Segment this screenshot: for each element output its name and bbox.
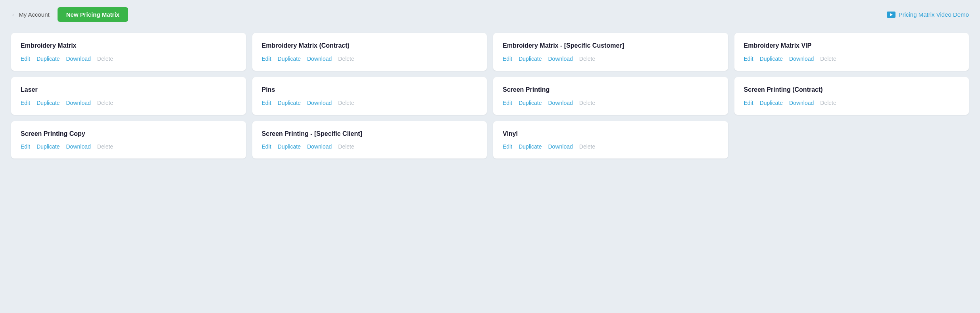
pricing-matrix-card: Screen Printing (Contract)EditDuplicateD… [734, 77, 969, 115]
edit-button[interactable]: Edit [503, 100, 512, 106]
delete-button[interactable]: Delete [97, 143, 113, 150]
card-actions: EditDuplicateDownloadDelete [21, 100, 236, 106]
card-actions: EditDuplicateDownloadDelete [262, 143, 478, 150]
duplicate-button[interactable]: Duplicate [278, 100, 301, 106]
delete-button[interactable]: Delete [579, 56, 595, 62]
pricing-matrix-card: Embroidery Matrix - [Specific Customer]E… [493, 33, 728, 71]
download-button[interactable]: Download [66, 100, 91, 106]
edit-button[interactable]: Edit [21, 143, 30, 150]
card-title: Vinyl [503, 130, 719, 138]
edit-button[interactable]: Edit [262, 143, 271, 150]
card-title: Screen Printing [503, 86, 719, 94]
edit-button[interactable]: Edit [21, 100, 30, 106]
card-title: Screen Printing - [Specific Client] [262, 130, 478, 138]
duplicate-button[interactable]: Duplicate [519, 143, 542, 150]
card-actions: EditDuplicateDownloadDelete [744, 56, 960, 62]
download-button[interactable]: Download [66, 56, 91, 62]
download-button[interactable]: Download [548, 100, 573, 106]
card-actions: EditDuplicateDownloadDelete [262, 100, 478, 106]
pricing-matrix-grid: Embroidery MatrixEditDuplicateDownloadDe… [11, 33, 969, 158]
card-actions: EditDuplicateDownloadDelete [503, 100, 719, 106]
card-actions: EditDuplicateDownloadDelete [503, 143, 719, 150]
download-button[interactable]: Download [307, 56, 332, 62]
duplicate-button[interactable]: Duplicate [760, 100, 783, 106]
delete-button[interactable]: Delete [338, 143, 354, 150]
card-title: Embroidery Matrix [21, 42, 236, 50]
edit-button[interactable]: Edit [262, 56, 271, 62]
edit-button[interactable]: Edit [503, 143, 512, 150]
duplicate-button[interactable]: Duplicate [37, 100, 60, 106]
card-title: Screen Printing (Contract) [744, 86, 960, 94]
download-button[interactable]: Download [789, 56, 814, 62]
pricing-matrix-card: LaserEditDuplicateDownloadDelete [11, 77, 246, 115]
pricing-matrix-card: Screen Printing CopyEditDuplicateDownloa… [11, 121, 246, 159]
card-title: Laser [21, 86, 236, 94]
download-button[interactable]: Download [66, 143, 91, 150]
main-content: Embroidery MatrixEditDuplicateDownloadDe… [0, 29, 980, 170]
delete-button[interactable]: Delete [338, 100, 354, 106]
card-title: Pins [262, 86, 478, 94]
pricing-matrix-card: Screen Printing - [Specific Client]EditD… [252, 121, 487, 159]
delete-button[interactable]: Delete [820, 100, 836, 106]
youtube-icon [887, 12, 895, 18]
header-left: ← My Account New Pricing Matrix [11, 7, 128, 22]
new-pricing-matrix-button[interactable]: New Pricing Matrix [58, 7, 128, 22]
pricing-matrix-card: Embroidery Matrix (Contract)EditDuplicat… [252, 33, 487, 71]
duplicate-button[interactable]: Duplicate [278, 56, 301, 62]
download-button[interactable]: Download [307, 143, 332, 150]
card-title: Embroidery Matrix VIP [744, 42, 960, 50]
back-link[interactable]: ← My Account [11, 11, 50, 18]
card-actions: EditDuplicateDownloadDelete [503, 56, 719, 62]
duplicate-button[interactable]: Duplicate [519, 100, 542, 106]
pricing-matrix-card: PinsEditDuplicateDownloadDelete [252, 77, 487, 115]
pricing-matrix-card: VinylEditDuplicateDownloadDelete [493, 121, 728, 159]
delete-button[interactable]: Delete [338, 56, 354, 62]
duplicate-button[interactable]: Duplicate [278, 143, 301, 150]
card-title: Embroidery Matrix - [Specific Customer] [503, 42, 719, 50]
edit-button[interactable]: Edit [744, 56, 753, 62]
download-button[interactable]: Download [789, 100, 814, 106]
card-actions: EditDuplicateDownloadDelete [21, 56, 236, 62]
card-actions: EditDuplicateDownloadDelete [21, 143, 236, 150]
download-button[interactable]: Download [548, 143, 573, 150]
download-button[interactable]: Download [307, 100, 332, 106]
delete-button[interactable]: Delete [97, 100, 113, 106]
duplicate-button[interactable]: Duplicate [760, 56, 783, 62]
delete-button[interactable]: Delete [820, 56, 836, 62]
video-demo-link[interactable]: Pricing Matrix Video Demo [887, 11, 969, 18]
download-button[interactable]: Download [548, 56, 573, 62]
duplicate-button[interactable]: Duplicate [37, 143, 60, 150]
card-title: Screen Printing Copy [21, 130, 236, 138]
edit-button[interactable]: Edit [262, 100, 271, 106]
duplicate-button[interactable]: Duplicate [519, 56, 542, 62]
card-actions: EditDuplicateDownloadDelete [744, 100, 960, 106]
edit-button[interactable]: Edit [503, 56, 512, 62]
delete-button[interactable]: Delete [579, 143, 595, 150]
delete-button[interactable]: Delete [97, 56, 113, 62]
edit-button[interactable]: Edit [21, 56, 30, 62]
edit-button[interactable]: Edit [744, 100, 753, 106]
card-title: Embroidery Matrix (Contract) [262, 42, 478, 50]
page-header: ← My Account New Pricing Matrix Pricing … [0, 0, 980, 29]
card-actions: EditDuplicateDownloadDelete [262, 56, 478, 62]
pricing-matrix-card: Embroidery Matrix VIPEditDuplicateDownlo… [734, 33, 969, 71]
video-link-label: Pricing Matrix Video Demo [899, 11, 969, 18]
pricing-matrix-card: Embroidery MatrixEditDuplicateDownloadDe… [11, 33, 246, 71]
pricing-matrix-card: Screen PrintingEditDuplicateDownloadDele… [493, 77, 728, 115]
delete-button[interactable]: Delete [579, 100, 595, 106]
duplicate-button[interactable]: Duplicate [37, 56, 60, 62]
